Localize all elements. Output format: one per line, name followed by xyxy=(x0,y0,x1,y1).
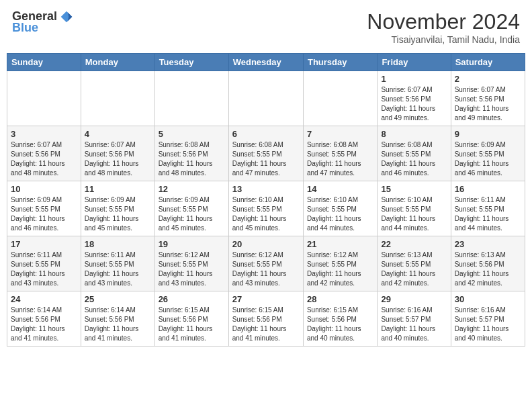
day-number: 7 xyxy=(307,129,373,139)
calendar-day-cell: 30Sunrise: 6:16 AM Sunset: 5:57 PM Dayli… xyxy=(451,291,525,347)
day-number: 25 xyxy=(85,294,151,304)
day-number: 4 xyxy=(85,129,151,139)
day-info: Sunrise: 6:07 AM Sunset: 5:56 PM Dayligh… xyxy=(85,140,151,178)
day-info: Sunrise: 6:14 AM Sunset: 5:56 PM Dayligh… xyxy=(11,306,77,343)
day-number: 9 xyxy=(455,129,521,139)
day-number: 12 xyxy=(159,184,225,194)
day-info: Sunrise: 6:11 AM Sunset: 5:55 PM Dayligh… xyxy=(85,250,151,288)
day-info: Sunrise: 6:09 AM Sunset: 5:55 PM Dayligh… xyxy=(85,195,151,233)
calendar-day-cell: 26Sunrise: 6:15 AM Sunset: 5:56 PM Dayli… xyxy=(154,291,228,347)
day-info: Sunrise: 6:12 AM Sunset: 5:55 PM Dayligh… xyxy=(159,250,225,288)
calendar-day-cell xyxy=(228,71,303,126)
day-info: Sunrise: 6:07 AM Sunset: 5:56 PM Dayligh… xyxy=(455,85,521,123)
day-number: 27 xyxy=(232,294,300,304)
day-number: 11 xyxy=(85,184,151,194)
day-number: 6 xyxy=(232,129,300,139)
calendar-day-cell xyxy=(81,71,154,126)
day-info: Sunrise: 6:11 AM Sunset: 5:55 PM Dayligh… xyxy=(455,195,521,233)
day-info: Sunrise: 6:08 AM Sunset: 5:55 PM Dayligh… xyxy=(307,140,373,178)
title-block: November 2024 Tisaiyanvilai, Tamil Nadu,… xyxy=(367,9,520,45)
calendar-day-cell: 23Sunrise: 6:13 AM Sunset: 5:56 PM Dayli… xyxy=(451,236,525,291)
day-info: Sunrise: 6:13 AM Sunset: 5:56 PM Dayligh… xyxy=(455,250,521,288)
calendar-week-row: 1Sunrise: 6:07 AM Sunset: 5:56 PM Daylig… xyxy=(7,71,525,126)
calendar-day-cell xyxy=(7,71,81,126)
day-info: Sunrise: 6:10 AM Sunset: 5:55 PM Dayligh… xyxy=(381,195,447,233)
calendar-day-cell: 19Sunrise: 6:12 AM Sunset: 5:55 PM Dayli… xyxy=(154,236,228,291)
day-of-week-header: Friday xyxy=(378,54,451,71)
calendar-day-cell: 9Sunrise: 6:09 AM Sunset: 5:55 PM Daylig… xyxy=(451,126,525,181)
day-info: Sunrise: 6:15 AM Sunset: 5:56 PM Dayligh… xyxy=(307,306,373,343)
calendar-day-cell: 2Sunrise: 6:07 AM Sunset: 5:56 PM Daylig… xyxy=(451,71,525,126)
day-info: Sunrise: 6:07 AM Sunset: 5:56 PM Dayligh… xyxy=(11,140,77,178)
calendar-day-cell: 29Sunrise: 6:16 AM Sunset: 5:57 PM Dayli… xyxy=(378,291,451,347)
logo-icon xyxy=(60,10,73,24)
calendar-day-cell: 27Sunrise: 6:15 AM Sunset: 5:56 PM Dayli… xyxy=(228,291,303,347)
location-title: Tisaiyanvilai, Tamil Nadu, India xyxy=(367,34,520,45)
day-number: 1 xyxy=(381,74,447,84)
day-info: Sunrise: 6:08 AM Sunset: 5:55 PM Dayligh… xyxy=(232,140,300,178)
calendar-table: SundayMondayTuesdayWednesdayThursdayFrid… xyxy=(7,53,525,347)
calendar-day-cell xyxy=(303,71,377,126)
day-info: Sunrise: 6:15 AM Sunset: 5:56 PM Dayligh… xyxy=(159,306,225,343)
calendar-day-cell: 12Sunrise: 6:09 AM Sunset: 5:55 PM Dayli… xyxy=(154,181,228,236)
calendar-day-cell: 28Sunrise: 6:15 AM Sunset: 5:56 PM Dayli… xyxy=(303,291,377,347)
day-number: 18 xyxy=(85,239,151,249)
calendar-day-cell: 22Sunrise: 6:13 AM Sunset: 5:55 PM Dayli… xyxy=(378,236,451,291)
day-number: 8 xyxy=(381,129,447,139)
calendar-day-cell: 24Sunrise: 6:14 AM Sunset: 5:56 PM Dayli… xyxy=(7,291,81,347)
day-number: 23 xyxy=(455,239,521,249)
day-info: Sunrise: 6:12 AM Sunset: 5:55 PM Dayligh… xyxy=(307,250,373,288)
calendar-day-cell: 10Sunrise: 6:09 AM Sunset: 5:55 PM Dayli… xyxy=(7,181,81,236)
day-info: Sunrise: 6:10 AM Sunset: 5:55 PM Dayligh… xyxy=(232,195,300,233)
page-header: General Blue November 2024 Tisaiyanvilai… xyxy=(7,7,525,48)
day-info: Sunrise: 6:09 AM Sunset: 5:55 PM Dayligh… xyxy=(159,195,225,233)
day-number: 2 xyxy=(455,74,521,84)
day-number: 21 xyxy=(307,239,373,249)
day-number: 28 xyxy=(307,294,373,304)
calendar-day-cell: 21Sunrise: 6:12 AM Sunset: 5:55 PM Dayli… xyxy=(303,236,377,291)
day-number: 15 xyxy=(381,184,447,194)
calendar-day-cell: 1Sunrise: 6:07 AM Sunset: 5:56 PM Daylig… xyxy=(378,71,451,126)
day-info: Sunrise: 6:16 AM Sunset: 5:57 PM Dayligh… xyxy=(381,306,447,343)
day-of-week-header: Sunday xyxy=(7,54,81,71)
calendar-day-cell: 25Sunrise: 6:14 AM Sunset: 5:56 PM Dayli… xyxy=(81,291,154,347)
calendar-day-cell: 3Sunrise: 6:07 AM Sunset: 5:56 PM Daylig… xyxy=(7,126,81,181)
calendar-header-row: SundayMondayTuesdayWednesdayThursdayFrid… xyxy=(7,54,525,71)
calendar-week-row: 24Sunrise: 6:14 AM Sunset: 5:56 PM Dayli… xyxy=(7,291,525,347)
logo-blue-text: Blue xyxy=(12,21,38,35)
day-number: 24 xyxy=(11,294,77,304)
day-number: 5 xyxy=(159,129,225,139)
calendar-day-cell xyxy=(154,71,228,126)
day-number: 19 xyxy=(159,239,225,249)
day-number: 14 xyxy=(307,184,373,194)
day-of-week-header: Thursday xyxy=(303,54,377,71)
day-info: Sunrise: 6:11 AM Sunset: 5:55 PM Dayligh… xyxy=(11,250,77,288)
calendar-day-cell: 11Sunrise: 6:09 AM Sunset: 5:55 PM Dayli… xyxy=(81,181,154,236)
month-title: November 2024 xyxy=(367,9,520,34)
day-number: 10 xyxy=(11,184,77,194)
day-number: 16 xyxy=(455,184,521,194)
day-info: Sunrise: 6:15 AM Sunset: 5:56 PM Dayligh… xyxy=(232,306,300,343)
calendar-day-cell: 8Sunrise: 6:08 AM Sunset: 5:55 PM Daylig… xyxy=(378,126,451,181)
calendar-week-row: 17Sunrise: 6:11 AM Sunset: 5:55 PM Dayli… xyxy=(7,236,525,291)
day-of-week-header: Wednesday xyxy=(228,54,303,71)
calendar-day-cell: 4Sunrise: 6:07 AM Sunset: 5:56 PM Daylig… xyxy=(81,126,154,181)
calendar-day-cell: 14Sunrise: 6:10 AM Sunset: 5:55 PM Dayli… xyxy=(303,181,377,236)
day-info: Sunrise: 6:14 AM Sunset: 5:56 PM Dayligh… xyxy=(85,306,151,343)
day-of-week-header: Tuesday xyxy=(154,54,228,71)
day-info: Sunrise: 6:16 AM Sunset: 5:57 PM Dayligh… xyxy=(455,306,521,343)
calendar-day-cell: 7Sunrise: 6:08 AM Sunset: 5:55 PM Daylig… xyxy=(303,126,377,181)
calendar-day-cell: 15Sunrise: 6:10 AM Sunset: 5:55 PM Dayli… xyxy=(378,181,451,236)
day-of-week-header: Saturday xyxy=(451,54,525,71)
day-info: Sunrise: 6:12 AM Sunset: 5:55 PM Dayligh… xyxy=(232,250,300,288)
day-number: 13 xyxy=(232,184,300,194)
day-info: Sunrise: 6:13 AM Sunset: 5:55 PM Dayligh… xyxy=(381,250,447,288)
day-info: Sunrise: 6:10 AM Sunset: 5:55 PM Dayligh… xyxy=(307,195,373,233)
calendar-day-cell: 17Sunrise: 6:11 AM Sunset: 5:55 PM Dayli… xyxy=(7,236,81,291)
calendar-day-cell: 5Sunrise: 6:08 AM Sunset: 5:56 PM Daylig… xyxy=(154,126,228,181)
calendar-week-row: 3Sunrise: 6:07 AM Sunset: 5:56 PM Daylig… xyxy=(7,126,525,181)
day-number: 17 xyxy=(11,239,77,249)
day-number: 30 xyxy=(455,294,521,304)
day-info: Sunrise: 6:07 AM Sunset: 5:56 PM Dayligh… xyxy=(381,85,447,123)
day-info: Sunrise: 6:09 AM Sunset: 5:55 PM Dayligh… xyxy=(455,140,521,178)
